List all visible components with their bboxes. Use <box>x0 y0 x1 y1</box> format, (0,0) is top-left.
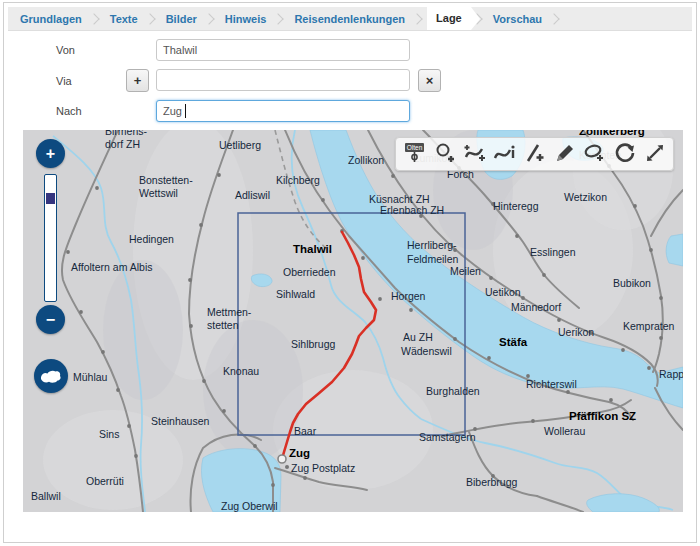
tab-reisendenlenkungen[interactable]: Reisendenlenkungen <box>288 8 411 30</box>
map-place-label: Uetliberg <box>219 139 261 151</box>
tab-lage[interactable]: Lage <box>427 7 471 30</box>
tab-vorschau[interactable]: Vorschau <box>487 8 548 30</box>
route-end-marker <box>278 455 286 463</box>
map-toolbar: Olten <box>395 137 674 171</box>
map-place-label: Rapperswil <box>659 368 683 380</box>
arrow-circle-icon <box>613 141 637 168</box>
map-place-label: Zug Postplatz <box>291 462 355 474</box>
map-place-label: Horgen <box>391 290 426 302</box>
map-place-label: Sins <box>99 428 119 440</box>
map-place-label: Erlenbach ZH <box>380 204 444 216</box>
map-place-label: Knonau <box>223 365 259 377</box>
text-caret <box>185 104 186 118</box>
map-place-label: Baar <box>294 425 317 437</box>
map-place-label: Sihlbrugg <box>291 338 336 350</box>
map-place-label: Kilchberg <box>276 174 320 186</box>
circle-plus-icon <box>433 141 457 168</box>
diagonal-arrows-icon <box>643 141 667 168</box>
map-place-label: Zug <box>289 447 310 459</box>
chevron-separator-icon <box>88 13 99 24</box>
place-label-tool[interactable]: Olten <box>400 141 429 167</box>
map-place-label: Hedingen <box>129 233 174 245</box>
chevron-separator-icon <box>411 13 422 24</box>
add-line-tool[interactable] <box>460 141 489 167</box>
map-place-label: Hinteregg <box>493 200 539 212</box>
svg-text:Olten: Olten <box>406 144 422 151</box>
map-place-label: Männedorf <box>511 301 561 313</box>
nach-input[interactable] <box>156 100 410 122</box>
refresh-tool[interactable] <box>610 141 639 167</box>
ellipse-plus-icon <box>582 141 608 168</box>
map-place-label: Meilen <box>450 265 481 277</box>
map-place-label: Mühlau <box>73 371 108 383</box>
zoom-slider-handle[interactable] <box>46 193 55 204</box>
tab-bilder[interactable]: Bilder <box>160 8 203 30</box>
olten-marker-icon: Olten <box>403 141 427 168</box>
nach-label: Nach <box>56 105 82 117</box>
tab-texte[interactable]: Texte <box>104 8 144 30</box>
map-place-label: Oberrüti <box>86 475 124 487</box>
map-place-label: Birmens- <box>105 130 148 137</box>
map-place-label: dorf ZH <box>105 138 140 150</box>
via-add-button[interactable]: + <box>126 69 149 92</box>
map-place-label: Au ZH <box>403 331 433 343</box>
tab-hinweis[interactable]: Hinweis <box>219 8 273 30</box>
map-place-label: Uetikon <box>485 286 521 298</box>
map-place-label: Stäfa <box>499 336 528 348</box>
map-place-label: stetten <box>207 319 239 331</box>
tab-grundlagen[interactable]: Grundlagen <box>14 8 88 30</box>
map-place-label: Richterswil <box>526 378 577 390</box>
map-place-label: Bonstetten- <box>139 174 193 186</box>
map-place-label: Oberrieden <box>283 266 336 278</box>
via-input[interactable] <box>156 69 410 91</box>
add-ellipse-tool[interactable] <box>580 141 609 167</box>
chevron-separator-icon <box>273 13 284 24</box>
switzerland-icon <box>39 368 63 384</box>
map-place-label: Burghalden <box>426 385 480 397</box>
slash-plus-icon <box>523 141 547 168</box>
map-place-label: Steinhausen <box>151 415 210 427</box>
map-place-label: Zollikerberg <box>579 130 645 137</box>
map-place-label: Feldmeilen <box>407 253 459 265</box>
map-place-label: Zug Oberwil <box>221 500 278 512</box>
zoom-out-button[interactable]: − <box>36 305 65 334</box>
map-place-label: Zollikon <box>348 154 384 166</box>
wizard-tabs: GrundlagenTexteBilderHinweisReisendenlen… <box>8 7 692 31</box>
map-place-label: Sihlwald <box>276 288 315 300</box>
pencil-icon <box>553 141 577 168</box>
map-place-label: Uerikon <box>558 326 594 338</box>
map-place-label: Esslingen <box>530 246 576 258</box>
map-place-label: Wetzikon <box>564 191 607 203</box>
map-place-label: Biberbrugg <box>466 476 518 488</box>
map-place-label: Adliswil <box>235 189 270 201</box>
chevron-separator-icon <box>203 13 214 24</box>
page-frame: GrundlagenTexteBilderHinweisReisendenlen… <box>3 2 697 543</box>
map-place-label: Mettmen- <box>207 306 252 318</box>
via-clear-button[interactable]: × <box>418 69 441 92</box>
zoom-slider[interactable] <box>44 174 57 302</box>
zoom-in-button[interactable]: + <box>36 139 65 168</box>
fullscreen-tool[interactable] <box>640 141 669 167</box>
draw-segment-tool[interactable] <box>520 141 549 167</box>
map-place-label: Wädenswil <box>401 345 452 357</box>
von-label: Von <box>56 44 75 56</box>
edit-tool[interactable] <box>550 141 579 167</box>
via-label: Via <box>56 75 72 87</box>
squiggle-info-icon <box>492 141 518 168</box>
map-place-label: Kempraten <box>623 320 675 332</box>
line-info-tool[interactable] <box>490 141 519 167</box>
map-canvas[interactable]: Birmens-dorf ZHUetlibergZollikerbergZumi… <box>23 130 683 512</box>
squiggle-plus-icon <box>462 141 488 168</box>
map-place-label: Pfäffikon SZ <box>569 410 636 422</box>
map-place-label: Thalwil <box>293 243 332 255</box>
map-place-label: Ballwil <box>31 490 61 502</box>
map-place-label: Affoltern am Albis <box>71 261 153 273</box>
overview-switzerland-button[interactable] <box>34 359 68 393</box>
chevron-separator-icon <box>548 13 559 24</box>
von-input[interactable] <box>156 39 410 61</box>
map-place-label: Wettswil <box>139 187 178 199</box>
map-place-label: Herrliberg- <box>407 239 457 251</box>
map-place-label: Bubikon <box>613 277 651 289</box>
chevron-separator-icon <box>144 13 155 24</box>
add-point-tool[interactable] <box>430 141 459 167</box>
